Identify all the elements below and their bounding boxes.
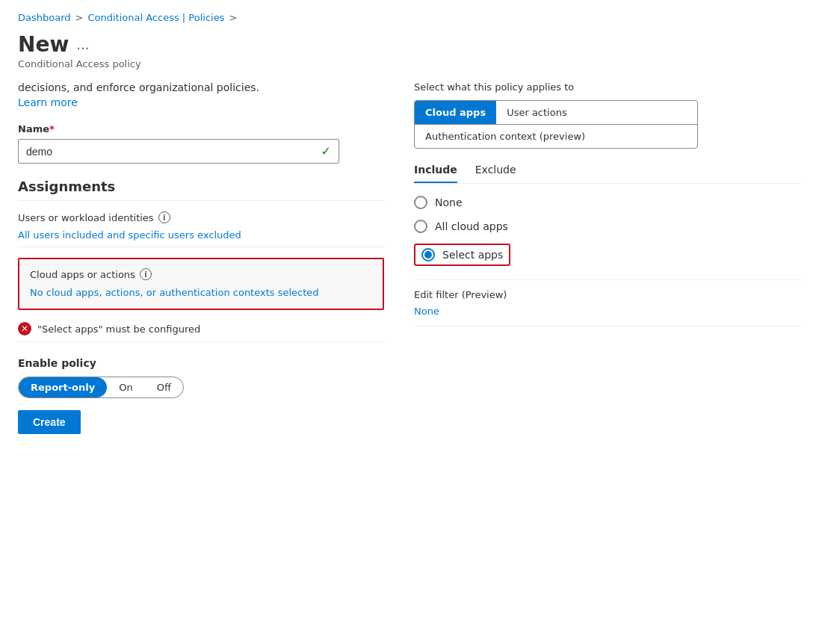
radio-group: None All cloud apps Select apps <box>414 196 801 266</box>
applies-row-top: Cloud apps User actions <box>415 101 697 124</box>
left-panel: decisions, and enforce organizational po… <box>18 81 384 434</box>
name-input-wrapper: ✓ <box>18 139 339 164</box>
enable-policy-label: Enable policy <box>18 357 384 369</box>
name-label: Name* <box>18 123 384 134</box>
applies-to-box: Cloud apps User actions Authentication c… <box>414 100 698 149</box>
page-subtitle: Conditional Access policy <box>18 58 801 69</box>
radio-select-apps-circle <box>421 248 435 261</box>
include-exclude-tabs: Include Exclude <box>414 164 801 184</box>
radio-select-apps-dot <box>424 251 432 258</box>
edit-filter-label: Edit filter (Preview) <box>414 289 801 300</box>
radio-select-apps[interactable]: Select apps <box>414 244 801 266</box>
cloud-apps-header: Cloud apps or actions i <box>30 268 372 280</box>
cloud-apps-message: No cloud apps, actions, or authenticatio… <box>30 286 372 300</box>
users-subsection-label: Users or workload identities i <box>18 211 384 223</box>
radio-none-circle <box>414 196 427 209</box>
assignments-section-title: Assignments <box>18 179 384 201</box>
users-info-icon[interactable]: i <box>158 211 170 223</box>
more-options-button[interactable]: ... <box>76 37 89 52</box>
enable-policy-toggle[interactable]: Report-only On Off <box>18 377 184 398</box>
page-title: New <box>18 32 69 57</box>
radio-none-label: None <box>435 196 463 208</box>
error-row: ✕ "Select apps" must be configured <box>18 316 384 342</box>
radio-none[interactable]: None <box>414 196 801 209</box>
radio-all-circle <box>414 220 427 233</box>
error-icon: ✕ <box>18 322 31 335</box>
applies-auth-context-btn[interactable]: Authentication context (preview) <box>415 124 697 148</box>
radio-select-apps-label: Select apps <box>442 249 503 261</box>
tab-exclude[interactable]: Exclude <box>475 164 516 183</box>
create-button[interactable]: Create <box>18 410 81 434</box>
error-text: "Select apps" must be configured <box>37 323 200 335</box>
breadcrumb-sep2: > <box>229 12 237 23</box>
name-input[interactable] <box>26 146 321 158</box>
radio-all-label: All cloud apps <box>435 220 508 232</box>
applies-user-actions-btn[interactable]: User actions <box>496 101 578 124</box>
learn-more-link[interactable]: Learn more <box>18 96 78 108</box>
cloud-apps-info-icon[interactable]: i <box>140 268 152 280</box>
breadcrumb-policies[interactable]: Conditional Access | Policies <box>87 12 224 23</box>
enable-policy-section: Enable policy Report-only On Off <box>18 357 384 398</box>
required-indicator: * <box>49 123 55 134</box>
select-apps-highlight: Select apps <box>414 244 510 266</box>
divider <box>414 279 801 280</box>
divider-bottom <box>414 326 801 326</box>
page-header: New ... <box>18 32 801 57</box>
breadcrumb-dashboard[interactable]: Dashboard <box>18 12 71 23</box>
breadcrumb-sep1: > <box>75 12 84 23</box>
radio-all-cloud-apps[interactable]: All cloud apps <box>414 220 801 233</box>
toggle-report-only[interactable]: Report-only <box>19 377 107 397</box>
edit-filter-link[interactable]: None <box>414 306 439 317</box>
policy-applies-label: Select what this policy applies to <box>414 81 801 93</box>
users-link[interactable]: All users included and specific users ex… <box>18 229 384 247</box>
right-panel: Select what this policy applies to Cloud… <box>414 81 801 434</box>
applies-cloud-apps-btn[interactable]: Cloud apps <box>415 101 496 124</box>
toggle-off[interactable]: Off <box>145 377 183 397</box>
description-text: decisions, and enforce organizational po… <box>18 81 384 93</box>
breadcrumb: Dashboard > Conditional Access | Policie… <box>18 12 801 23</box>
toggle-on[interactable]: On <box>107 377 144 397</box>
tab-include[interactable]: Include <box>414 164 457 183</box>
cloud-apps-box[interactable]: Cloud apps or actions i No cloud apps, a… <box>18 258 384 310</box>
valid-icon: ✓ <box>321 144 331 158</box>
